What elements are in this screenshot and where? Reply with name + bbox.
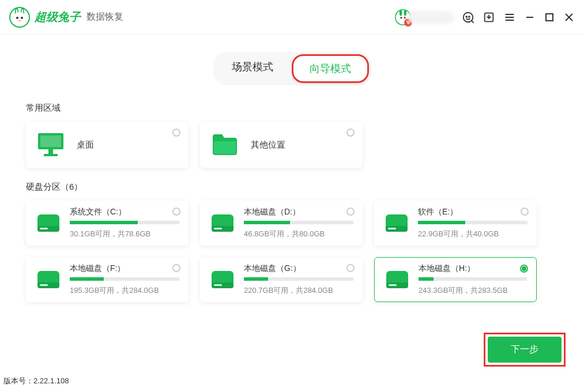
disk-usage-bar	[419, 277, 527, 281]
disk-card[interactable]: 本地磁盘（H:） 243.3GB可用，共283.5GB	[374, 257, 537, 302]
svg-rect-31	[40, 228, 48, 229]
disk-name: 软件（E:）	[418, 207, 528, 217]
disk-info: 软件（E:） 22.9GB可用，共40.0GB	[418, 207, 528, 239]
svg-rect-46	[389, 284, 397, 286]
svg-rect-26	[40, 135, 61, 147]
card-desktop[interactable]: 桌面	[26, 122, 189, 168]
brand-name: 超级兔子	[35, 9, 81, 25]
disk-card[interactable]: 本地磁盘（G:） 220.7GB可用，共284.0GB	[200, 257, 363, 302]
disk-usage-bar	[418, 221, 528, 224]
radio-unselected-icon	[521, 208, 529, 216]
disk-usage-text: 243.3GB可用，共283.5GB	[419, 285, 527, 296]
svg-rect-37	[388, 228, 396, 229]
user-avatar[interactable]: V	[395, 9, 454, 25]
disk-info: 本地磁盘（D:） 46.8GB可用，共80.0GB	[244, 207, 353, 239]
disk-info: 本地磁盘（G:） 220.7GB可用，共284.0GB	[244, 263, 353, 296]
disk-usage-text: 22.9GB可用，共40.0GB	[418, 229, 528, 239]
brand-sub: 数据恢复	[86, 11, 123, 23]
disk-drive-icon	[209, 266, 236, 293]
section-partitions-label: 硬盘分区（6）	[26, 182, 558, 193]
next-button-highlight: 下一步	[484, 333, 566, 367]
disk-usage-text: 30.1GB可用，共78.6GB	[70, 229, 179, 239]
disk-card[interactable]: 系统文件（C:） 30.1GB可用，共78.6GB	[26, 201, 189, 246]
maximize-icon[interactable]	[544, 12, 555, 23]
disk-name: 系统文件（C:）	[70, 207, 179, 217]
disk-usage-text: 220.7GB可用，共284.0GB	[244, 285, 353, 296]
svg-rect-34	[214, 228, 222, 229]
disk-info: 系统文件（C:） 30.1GB可用，共78.6GB	[70, 207, 179, 239]
header: 超级兔子 数据恢复 V	[0, 0, 584, 35]
minimize-icon[interactable]	[524, 12, 536, 23]
radio-unselected-icon	[172, 264, 180, 272]
user-name-pill	[408, 11, 454, 24]
version-prefix: 版本号：	[3, 376, 33, 385]
disk-usage-text: 195.3GB可用，共284.0GB	[70, 285, 179, 296]
tab-scene-mode[interactable]: 场景模式	[216, 54, 289, 83]
section-common-label: 常用区域	[26, 103, 558, 114]
version-number: 2.22.1.108	[33, 376, 69, 385]
disk-card[interactable]: 软件（E:） 22.9GB可用，共40.0GB	[374, 201, 537, 246]
card-label: 桌面	[77, 140, 94, 150]
svg-rect-22	[546, 14, 553, 21]
disk-name: 本地磁盘（F:）	[70, 263, 179, 274]
menu-icon[interactable]	[503, 11, 516, 24]
disk-grid: 系统文件（C:） 30.1GB可用，共78.6GB 本地磁盘（D:） 46.8G…	[26, 201, 558, 302]
svg-point-13	[404, 17, 406, 18]
mode-tabs: 场景模式 向导模式	[26, 52, 558, 85]
disk-drive-icon	[209, 210, 236, 236]
radio-unselected-icon	[346, 208, 355, 216]
disk-usage-bar	[70, 277, 179, 281]
radio-unselected-icon	[172, 208, 180, 216]
svg-point-16	[469, 16, 470, 17]
svg-point-7	[21, 17, 23, 19]
import-icon[interactable]	[483, 11, 495, 24]
radio-unselected-icon	[346, 129, 355, 137]
card-label: 其他位置	[251, 140, 285, 150]
svg-rect-27	[48, 149, 53, 154]
disk-usage-fill	[70, 277, 104, 281]
radio-unselected-icon	[172, 129, 180, 137]
svg-point-12	[400, 17, 402, 18]
desktop-icon	[36, 130, 65, 159]
close-icon[interactable]	[563, 12, 575, 23]
feedback-icon[interactable]	[462, 11, 474, 24]
disk-info: 本地磁盘（H:） 243.3GB可用，共283.5GB	[419, 263, 527, 296]
radio-unselected-icon	[346, 264, 355, 272]
version-label: 版本号：2.22.1.108	[3, 376, 69, 386]
logo-bunny-icon	[9, 7, 30, 28]
disk-info: 本地磁盘（F:） 195.3GB可用，共284.0GB	[70, 263, 179, 296]
disk-usage-fill	[419, 277, 434, 281]
next-button[interactable]: 下一步	[488, 337, 562, 363]
disk-name: 本地磁盘（H:）	[419, 263, 527, 274]
disk-usage-fill	[244, 221, 290, 224]
tab-container: 场景模式 向导模式	[213, 52, 371, 85]
disk-name: 本地磁盘（D:）	[244, 207, 353, 217]
disk-usage-fill	[244, 277, 268, 281]
radio-selected-icon	[520, 265, 528, 273]
svg-rect-43	[214, 284, 222, 286]
footer: 下一步	[484, 333, 566, 367]
svg-point-6	[16, 17, 18, 19]
header-right: V	[395, 9, 575, 25]
svg-point-15	[466, 16, 467, 17]
header-left: 超级兔子 数据恢复	[9, 7, 123, 28]
svg-point-10	[400, 9, 402, 16]
disk-name: 本地磁盘（G:）	[244, 263, 353, 274]
disk-card[interactable]: 本地磁盘（F:） 195.3GB可用，共284.0GB	[26, 257, 189, 302]
disk-usage-fill	[418, 221, 465, 224]
main-content: 场景模式 向导模式 常用区域 桌面	[0, 35, 584, 314]
svg-rect-40	[40, 284, 48, 286]
folder-icon	[210, 130, 239, 159]
disk-drive-icon	[383, 210, 410, 236]
disk-usage-bar	[70, 221, 179, 224]
disk-usage-text: 46.8GB可用，共80.0GB	[244, 229, 353, 239]
disk-drive-icon	[35, 266, 62, 293]
svg-point-5	[13, 12, 26, 25]
disk-card[interactable]: 本地磁盘（D:） 46.8GB可用，共80.0GB	[200, 201, 363, 246]
disk-usage-bar	[244, 221, 353, 224]
disk-usage-fill	[70, 221, 138, 224]
card-other-location[interactable]: 其他位置	[200, 122, 363, 168]
disk-drive-icon	[35, 210, 62, 236]
svg-point-11	[404, 9, 407, 16]
tab-wizard-mode[interactable]: 向导模式	[292, 54, 369, 83]
